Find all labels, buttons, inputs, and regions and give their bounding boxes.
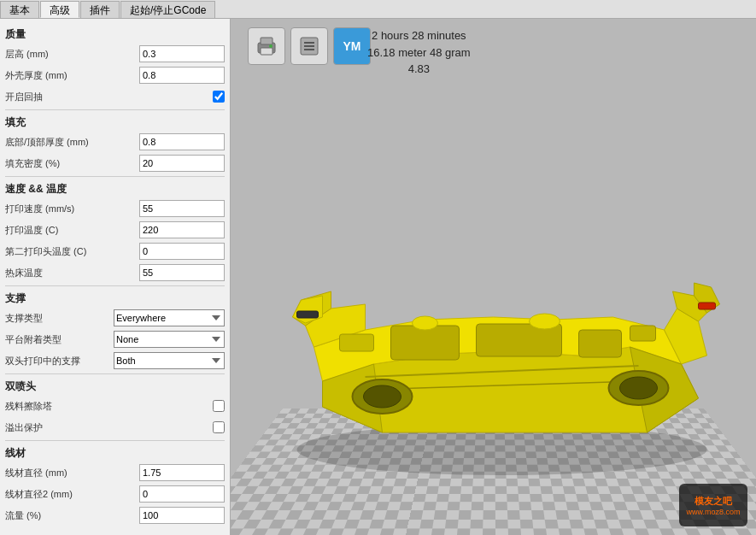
shell-thickness-label: 外壳厚度 (mm) (5, 69, 139, 82)
print-info: 2 hours 28 minutes 16.18 meter 48 gram 4… (367, 27, 471, 78)
ooze-shield-checkbox[interactable] (213, 400, 225, 412)
svg-rect-21 (630, 326, 656, 341)
bed-temp-row: 热床温度 (5, 263, 225, 282)
settings-button[interactable] (290, 27, 328, 65)
support-header: 支撑 (5, 291, 225, 306)
second-head-temp-row: 第二打印头温度 (C) (5, 242, 225, 261)
support-type-label: 支撑类型 (5, 312, 114, 325)
dual-print-support-row: 双头打印中的支撑 Both First extruder Second extr… (5, 351, 225, 370)
retraction-checkbox[interactable] (213, 91, 225, 103)
layer-height-row: 层高 (mm) (5, 44, 225, 63)
left-panel: 质量 层高 (mm) 外壳厚度 (mm) 开启回抽 填充 底部/顶部厚度 (mm… (0, 19, 231, 535)
ym-label: YM (343, 39, 361, 53)
shell-thickness-row: 外壳厚度 (mm) (5, 66, 225, 85)
print-score: 4.83 (367, 61, 471, 78)
svg-point-27 (364, 385, 401, 408)
watermark-text: 模友之吧 (694, 495, 732, 508)
print-temp-row: 打印温度 (C) (5, 220, 225, 239)
dual-print-support-label: 双头打印中的支撑 (5, 355, 114, 367)
fill-density-label: 填充密度 (%) (5, 157, 139, 170)
platform-adhesion-row: 平台附着类型 None Brim Raft (5, 330, 225, 349)
tab-gcode[interactable]: 起始/停止GCode (120, 1, 215, 18)
fill-density-row: 填充密度 (%) (5, 154, 225, 173)
bed-temp-input[interactable] (139, 264, 225, 281)
model-3d (248, 159, 756, 484)
support-type-select[interactable]: Everywhere None Touching Buildplate (114, 309, 225, 326)
platform-adhesion-select[interactable]: None Brim Raft (114, 331, 225, 348)
svg-rect-19 (579, 330, 622, 357)
toolbar: YM (248, 27, 371, 65)
print-time: 2 hours 28 minutes (367, 27, 471, 44)
overflow-protection-row: 溢出保护 (5, 418, 225, 437)
ooze-shield-label: 残料擦除塔 (5, 400, 213, 413)
print-speed-row: 打印速度 (mm/s) (5, 199, 225, 218)
ym-button[interactable]: YM (333, 27, 371, 65)
retraction-row: 开启回抽 (5, 87, 225, 106)
watermark-sub: www.moz8.com (686, 508, 740, 516)
right-panel: YM 2 hours 28 minutes 16.18 meter 48 gra… (231, 19, 756, 535)
print-temp-input[interactable] (139, 221, 225, 238)
filament-diameter-input[interactable] (139, 464, 225, 481)
svg-rect-20 (340, 334, 374, 351)
retraction-label: 开启回抽 (5, 91, 213, 103)
overflow-protection-label: 溢出保护 (5, 421, 213, 434)
svg-point-29 (620, 377, 658, 399)
svg-marker-22 (293, 296, 323, 323)
fill-density-input[interactable] (139, 155, 225, 172)
dual-head-header: 双喷头 (5, 379, 225, 394)
svg-point-30 (413, 316, 438, 330)
dual-print-support-select[interactable]: Both First extruder Second extruder (114, 352, 225, 369)
svg-point-3 (269, 44, 273, 48)
top-bottom-input[interactable] (139, 133, 225, 150)
speed-temp-header: 速度 && 温度 (5, 182, 225, 197)
flow-rate-row: 流量 (%) (5, 506, 225, 525)
svg-rect-17 (391, 326, 460, 360)
tab-basic[interactable]: 基本 (0, 1, 39, 18)
svg-point-31 (530, 314, 560, 329)
viewport: YM 2 hours 28 minutes 16.18 meter 48 gra… (231, 19, 756, 535)
bed-temp-label: 热床温度 (5, 267, 139, 279)
filament-diameter-label: 线材直径 (mm) (5, 467, 139, 479)
fill-header: 填充 (5, 115, 225, 130)
platform-adhesion-label: 平台附着类型 (5, 333, 114, 346)
top-bottom-row: 底部/顶部厚度 (mm) (5, 132, 225, 151)
layer-height-label: 层高 (mm) (5, 48, 139, 61)
filament-diameter2-label: 线材直径2 (mm) (5, 488, 139, 501)
quality-header: 质量 (5, 27, 225, 42)
print-meter: 16.18 meter 48 gram (367, 44, 471, 62)
svg-rect-33 (699, 303, 716, 309)
svg-rect-1 (261, 38, 273, 44)
support-type-row: 支撑类型 Everywhere None Touching Buildplate (5, 309, 225, 327)
svg-rect-2 (261, 48, 273, 55)
flow-rate-input[interactable] (139, 507, 225, 524)
flow-rate-label: 流量 (%) (5, 509, 139, 522)
top-bottom-label: 底部/顶部厚度 (mm) (5, 136, 139, 149)
overflow-protection-checkbox[interactable] (213, 421, 225, 433)
watermark: 模友之吧 www.moz8.com (679, 484, 747, 526)
tab-plugin[interactable]: 插件 (80, 1, 120, 18)
main-layout: 质量 层高 (mm) 外壳厚度 (mm) 开启回抽 填充 底部/顶部厚度 (mm… (0, 19, 756, 535)
layer-height-input[interactable] (139, 45, 225, 62)
print-temp-label: 打印温度 (C) (5, 224, 139, 237)
shell-thickness-input[interactable] (139, 67, 225, 84)
filament-header: 线材 (5, 446, 225, 461)
tab-advanced[interactable]: 高级 (40, 1, 79, 18)
print-button[interactable] (248, 27, 285, 65)
ooze-shield-row: 残料擦除塔 (5, 397, 225, 415)
second-head-temp-label: 第二打印头温度 (C) (5, 245, 139, 258)
filament-diameter-row: 线材直径 (mm) (5, 463, 225, 482)
filament-diameter2-row: 线材直径2 (mm) (5, 485, 225, 503)
print-speed-input[interactable] (139, 200, 225, 217)
filament-diameter2-input[interactable] (139, 485, 225, 503)
svg-rect-32 (297, 311, 319, 318)
second-head-temp-input[interactable] (139, 243, 225, 260)
print-speed-label: 打印速度 (mm/s) (5, 203, 139, 215)
tab-bar: 基本 高级 插件 起始/停止GCode (0, 0, 756, 19)
